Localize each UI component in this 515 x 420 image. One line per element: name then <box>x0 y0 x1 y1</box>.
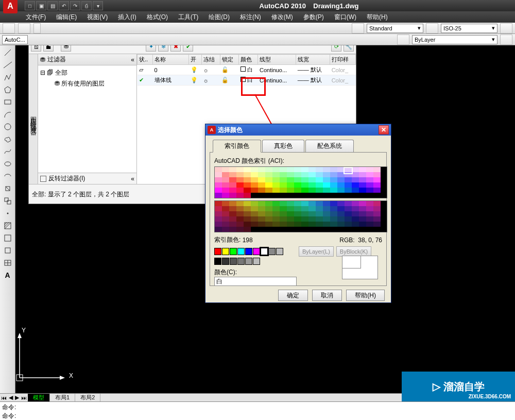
aci-cell[interactable] <box>236 188 244 193</box>
aci-cell[interactable] <box>323 201 330 206</box>
aci-cell[interactable] <box>272 206 280 211</box>
col-pstyle[interactable]: 打印样 <box>330 55 356 65</box>
cell-pstyle[interactable]: Color_ <box>330 65 356 75</box>
aci-cell[interactable] <box>294 167 301 172</box>
aci-cell[interactable] <box>316 201 323 206</box>
aci-cell[interactable] <box>345 188 352 193</box>
aci-cell[interactable] <box>222 188 229 193</box>
aci-cell[interactable] <box>236 216 244 222</box>
tab-layout2[interactable]: 布局2 <box>75 394 100 402</box>
aci-cell[interactable] <box>373 188 381 193</box>
aci-cell[interactable] <box>330 201 337 206</box>
aci-cell[interactable] <box>215 227 222 232</box>
aci-cell[interactable] <box>287 188 294 193</box>
base-red[interactable] <box>214 248 221 255</box>
aci-cell[interactable] <box>280 172 287 177</box>
revcloud-icon[interactable] <box>2 133 14 145</box>
menu-dim[interactable]: 标注(N) <box>235 12 266 23</box>
aci-cell[interactable] <box>316 172 323 177</box>
aci-cell[interactable] <box>323 172 330 177</box>
base-yellow[interactable] <box>222 248 229 255</box>
aci-cell[interactable] <box>337 182 345 188</box>
aci-cell[interactable] <box>251 177 258 182</box>
aci-cell[interactable] <box>258 206 265 211</box>
aci-cell[interactable] <box>215 167 222 172</box>
aci-cell[interactable] <box>308 177 316 182</box>
aci-cell[interactable] <box>265 222 272 227</box>
aci-cell[interactable] <box>280 182 287 188</box>
aci-cell[interactable] <box>308 216 316 222</box>
aci-cell[interactable] <box>215 222 222 227</box>
col-name[interactable]: 名称 <box>153 55 189 65</box>
aci-cell[interactable] <box>229 177 236 182</box>
aci-cell[interactable] <box>294 172 301 177</box>
aci-cell[interactable] <box>294 177 301 182</box>
help-button[interactable]: 帮助(H) <box>346 290 385 301</box>
aci-cell[interactable] <box>337 188 345 193</box>
aci-cell[interactable] <box>323 167 330 172</box>
aci-cell[interactable] <box>323 216 330 222</box>
aci-cell[interactable] <box>316 177 323 182</box>
aci-cell[interactable] <box>244 227 251 232</box>
aci-cell[interactable] <box>316 206 323 211</box>
aci-cell[interactable] <box>366 222 373 227</box>
aci-cell[interactable] <box>352 177 359 182</box>
aci-cell[interactable] <box>373 201 381 206</box>
aci-cell[interactable] <box>244 167 251 172</box>
aci-cell[interactable] <box>294 188 301 193</box>
aci-cell[interactable] <box>366 201 373 206</box>
aci-cell[interactable] <box>244 193 251 198</box>
aci-cell[interactable] <box>308 206 316 211</box>
aci-cell[interactable] <box>280 211 287 216</box>
aci-cell[interactable] <box>272 201 280 206</box>
aci-cell[interactable] <box>352 172 359 177</box>
aci-cell[interactable] <box>301 222 308 227</box>
cell-ltype[interactable]: Continuo... <box>258 75 296 86</box>
aci-cell[interactable] <box>301 167 308 172</box>
gray-2[interactable] <box>230 258 237 265</box>
layer-filter-tree[interactable]: ⊟ 🗐 全部 ⛃ 所有使用的图层 <box>38 65 136 173</box>
text-icon[interactable]: A <box>2 270 14 281</box>
aci-cell[interactable] <box>215 201 222 206</box>
menu-file[interactable]: 文件(F) <box>21 12 51 23</box>
aci-cell[interactable] <box>359 211 366 216</box>
aci-cell[interactable] <box>366 188 373 193</box>
aci-cell[interactable] <box>222 227 229 232</box>
aci-cell[interactable] <box>222 193 229 198</box>
layer-row-current[interactable]: ✔ 墙体线 💡 ☼ 🔓 白 Continuo... —— 默认 Color_ <box>138 75 356 86</box>
aci-cell[interactable] <box>359 177 366 182</box>
layer-row-0[interactable]: ▱ 0 💡 ☼ 🔓 白 Continuo... —— 默认 Color_ <box>138 65 356 75</box>
aci-cell[interactable] <box>215 182 222 188</box>
aci-cell[interactable] <box>301 206 308 211</box>
aci-cell[interactable] <box>308 222 316 227</box>
dimstyle-combo[interactable]: ISO-25▾ <box>441 24 497 33</box>
aci-cell[interactable] <box>352 167 359 172</box>
aci-cell[interactable] <box>373 172 381 177</box>
ellipsearc-icon[interactable] <box>2 171 14 182</box>
qat-undo-icon[interactable]: ↶ <box>59 1 69 10</box>
aci-cell[interactable] <box>229 167 236 172</box>
aci-cell[interactable] <box>236 227 244 232</box>
aci-cell[interactable] <box>373 211 381 216</box>
byblock-button[interactable]: ByBlock(K) <box>336 246 371 257</box>
base-cyan[interactable] <box>237 248 245 255</box>
hatch-icon[interactable] <box>2 220 14 231</box>
tree-used[interactable]: ⛃ 所有使用的图层 <box>40 78 134 89</box>
aci-cell[interactable] <box>280 222 287 227</box>
aci-cell[interactable] <box>316 182 323 188</box>
color-name-input[interactable] <box>214 277 297 286</box>
menu-edit[interactable]: 编辑(E) <box>51 12 82 23</box>
aci-cell[interactable] <box>287 201 294 206</box>
cell-lwt[interactable]: —— 默认 <box>296 65 330 75</box>
aci-cell[interactable] <box>366 177 373 182</box>
aci-cell[interactable] <box>258 211 265 216</box>
aci-cell[interactable] <box>330 172 337 177</box>
table-icon[interactable] <box>500 23 512 33</box>
aci-cell[interactable] <box>359 172 366 177</box>
aci-cell[interactable] <box>323 188 330 193</box>
aci-cell[interactable] <box>330 222 337 227</box>
aci-cell[interactable] <box>330 211 337 216</box>
aci-cell[interactable] <box>272 172 280 177</box>
qat-new-icon[interactable]: □ <box>25 1 35 10</box>
invert-filter-row[interactable]: 反转过滤器(I) « <box>38 173 136 184</box>
